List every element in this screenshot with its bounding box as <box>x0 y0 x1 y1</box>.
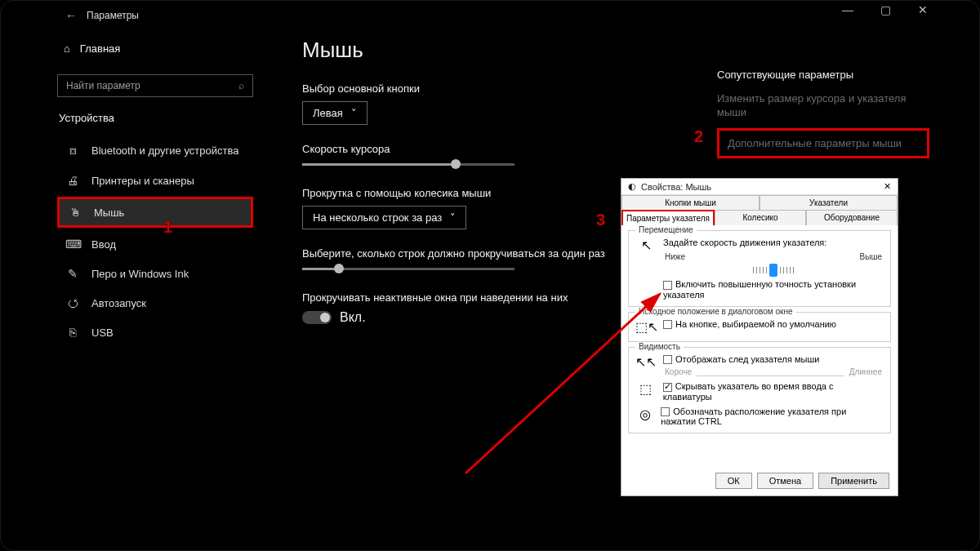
speed-slow: Ниже <box>665 252 685 261</box>
usb-icon: ⎘ <box>65 326 80 339</box>
sidebar: ⌂ Главная Найти параметр ⌕ Устройства ⧈ … <box>57 38 253 349</box>
home-label: Главная <box>80 42 120 55</box>
speed-caption: Задайте скорость движения указателя: <box>663 238 884 247</box>
back-icon[interactable]: ← <box>65 9 77 22</box>
sidebar-item-label: Bluetooth и другие устройства <box>91 144 238 157</box>
ok-button[interactable]: ОК <box>715 473 752 489</box>
cursor-speed-slider[interactable] <box>302 163 514 166</box>
trail-long: Длиннее <box>849 367 882 376</box>
sidebar-item-label: Ввод <box>91 238 116 251</box>
slider-thumb[interactable] <box>769 264 777 277</box>
fieldset-snap: Исходное положение в диалоговом окне ⬚↖ … <box>628 312 891 342</box>
sidebar-item-usb[interactable]: ⎘ USB <box>57 319 253 345</box>
tab-row-bottom: Параметры указателя Колесико Оборудовани… <box>621 210 898 225</box>
tab-hardware[interactable]: Оборудование <box>806 210 898 225</box>
tab-wheel[interactable]: Колесико <box>715 210 806 225</box>
tab-pointers[interactable]: Указатели <box>760 195 898 210</box>
hide-label: Скрывать указатель во время ввода с клав… <box>663 381 834 402</box>
category-title: Устройства <box>57 112 253 124</box>
sidebar-item-label: Принтеры и сканеры <box>91 175 194 187</box>
snap-label: На кнопке, выбираемой по умолчанию <box>675 319 836 329</box>
search-input[interactable]: Найти параметр ⌕ <box>57 74 253 97</box>
keyboard-icon: ⌨ <box>65 238 80 251</box>
apply-button[interactable]: Применить <box>818 473 889 489</box>
callout-3: 3 <box>596 211 605 229</box>
related-link-additional-mouse[interactable]: Дополнительные параметры мыши <box>717 128 929 158</box>
cancel-button[interactable]: Отмена <box>757 473 813 489</box>
trail-short: Короче <box>665 367 692 376</box>
search-placeholder: Найти параметр <box>66 80 140 91</box>
checkbox-snap[interactable] <box>663 320 672 329</box>
primary-button-label: Выбор основной кнопки <box>302 82 686 95</box>
callout-1: 1 <box>163 218 172 237</box>
sidebar-item-label: Перо и Windows Ink <box>91 268 189 280</box>
related-panel: Сопутствующие параметры Изменить размер … <box>717 69 929 158</box>
fieldset-visibility: Видимость ↖↖ Отображать след указателя м… <box>628 347 891 434</box>
search-icon: ⌕ <box>238 80 244 91</box>
sidebar-item-typing[interactable]: ⌨ Ввод <box>57 231 253 257</box>
checkbox-enhance-precision[interactable] <box>663 281 672 290</box>
mouse-icon: 🖱 <box>68 206 82 219</box>
dropdown-value: На несколько строк за раз <box>313 211 442 224</box>
sidebar-item-mouse[interactable]: 🖱 Мышь <box>57 197 253 228</box>
maximize-button[interactable]: ▢ <box>877 3 893 16</box>
lines-slider[interactable] <box>302 268 514 270</box>
pen-icon: ✎ <box>65 267 80 280</box>
autoplay-icon: ⭯ <box>65 296 80 309</box>
pointer-speed-slider[interactable]: Ниже Выше <box>663 252 884 278</box>
checkbox-hide[interactable] <box>663 383 672 392</box>
sidebar-item-printers[interactable]: 🖨 Принтеры и сканеры <box>57 167 253 193</box>
cursor-icon: ↖ <box>635 238 657 253</box>
minimize-button[interactable]: — <box>840 3 856 16</box>
tab-buttons[interactable]: Кнопки мыши <box>621 195 760 210</box>
checkbox-trail[interactable] <box>663 355 672 364</box>
cursor-speed-label: Скорость курсора <box>302 143 686 155</box>
enhance-label: Включить повышенную точность установки у… <box>663 279 856 300</box>
scroll-mode-dropdown[interactable]: На несколько строк за раз ˅ <box>302 206 466 229</box>
window-controls: — ▢ ✕ <box>840 3 931 16</box>
close-button[interactable]: ✕ <box>915 3 931 16</box>
chevron-down-icon: ˅ <box>351 107 357 119</box>
sidebar-home[interactable]: ⌂ Главная <box>57 38 253 60</box>
mouse-icon: ◐ <box>628 181 636 192</box>
sidebar-item-pen[interactable]: ✎ Перо и Windows Ink <box>57 260 253 287</box>
page-title: Мышь <box>302 38 686 63</box>
sidebar-item-autoplay[interactable]: ⭯ Автозапуск <box>57 290 253 316</box>
close-icon[interactable]: ✕ <box>884 181 891 192</box>
sidebar-item-label: USB <box>91 327 114 339</box>
window-title: Параметры <box>87 10 139 21</box>
tab-row-top: Кнопки мыши Указатели <box>621 195 898 210</box>
mouse-properties-dialog: ◐ Свойства: Мышь ✕ Кнопки мыши Указатели… <box>621 178 898 496</box>
fieldset-movement: Перемещение ↖ Задайте скорость движения … <box>628 230 891 307</box>
printer-icon: 🖨 <box>65 174 80 187</box>
bluetooth-icon: ⧈ <box>65 144 80 158</box>
ctrl-label: Обозначать расположение указателя при на… <box>661 407 846 427</box>
dialog-buttons: ОК Отмена Применить <box>715 473 889 489</box>
sidebar-item-bluetooth[interactable]: ⧈ Bluetooth и другие устройства <box>57 137 253 164</box>
checkbox-ctrl[interactable] <box>661 407 670 416</box>
primary-button-dropdown[interactable]: Левая ˅ <box>302 101 368 125</box>
related-link-cursor-size[interactable]: Изменить размер курсора и указателя мыши <box>717 92 929 120</box>
related-title: Сопутствующие параметры <box>717 69 929 81</box>
dialog-title: Свойства: Мышь <box>641 182 711 192</box>
dropdown-value: Левая <box>313 107 343 119</box>
home-icon: ⌂ <box>64 42 70 55</box>
sidebar-item-label: Автозапуск <box>91 297 146 309</box>
hide-icon: ⬚ <box>635 381 657 397</box>
legend-visibility: Видимость <box>635 342 684 351</box>
toggle-switch[interactable] <box>302 311 332 324</box>
ctrl-icon: ◎ <box>635 407 654 422</box>
tab-pointer-options[interactable]: Параметры указателя <box>621 210 715 225</box>
chevron-down-icon: ˅ <box>450 211 456 224</box>
sidebar-item-label: Мышь <box>94 207 124 219</box>
trail-label: Отображать след указателя мыши <box>675 354 819 364</box>
titlebar: ← Параметры <box>0 3 980 28</box>
toggle-state: Вкл. <box>340 310 366 325</box>
dialog-titlebar: ◐ Свойства: Мышь ✕ <box>621 179 898 195</box>
legend-movement: Перемещение <box>635 225 697 234</box>
snap-icon: ⬚↖ <box>635 319 657 335</box>
trail-icon: ↖↖ <box>635 354 657 370</box>
legend-snap: Исходное положение в диалоговом окне <box>635 307 796 316</box>
speed-fast: Выше <box>860 252 882 261</box>
callout-2: 2 <box>694 127 703 146</box>
